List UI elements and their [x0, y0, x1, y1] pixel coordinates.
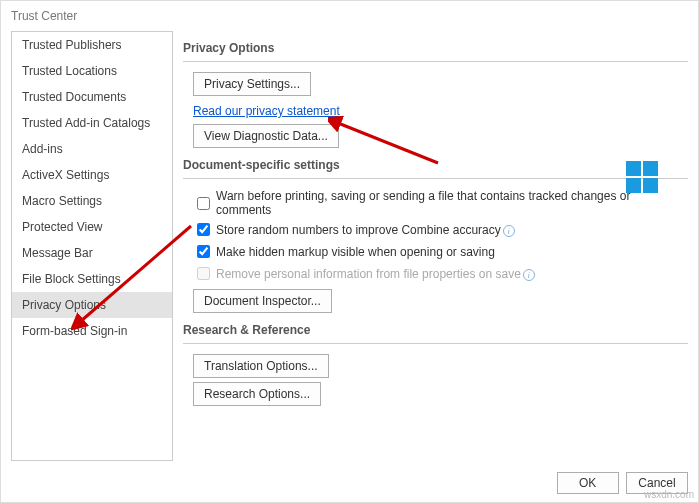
store-random-numbers-checkbox[interactable] — [197, 223, 210, 236]
remove-personal-info-label: Remove personal information from file pr… — [216, 267, 535, 281]
sidebar-item-privacy-options[interactable]: Privacy Options — [12, 292, 172, 318]
watermark-text: wsxdn.com — [644, 489, 694, 500]
info-icon: i — [523, 269, 535, 281]
sidebar-item-message-bar[interactable]: Message Bar — [12, 240, 172, 266]
store-random-numbers-label: Store random numbers to improve Combine … — [216, 223, 515, 237]
sidebar: Trusted Publishers Trusted Locations Tru… — [11, 31, 173, 461]
svg-rect-1 — [643, 161, 658, 176]
section-privacy-options-header: Privacy Options — [183, 31, 688, 62]
make-hidden-markup-checkbox[interactable] — [197, 245, 210, 258]
sidebar-item-macro-settings[interactable]: Macro Settings — [12, 188, 172, 214]
windows-logo-icon — [626, 161, 658, 193]
sidebar-item-trusted-documents[interactable]: Trusted Documents — [12, 84, 172, 110]
sidebar-item-activex-settings[interactable]: ActiveX Settings — [12, 162, 172, 188]
content-pane: Privacy Options Privacy Settings... Read… — [173, 31, 698, 461]
sidebar-item-trusted-addin-catalogs[interactable]: Trusted Add-in Catalogs — [12, 110, 172, 136]
warn-before-printing-checkbox[interactable] — [197, 197, 210, 210]
sidebar-item-file-block-settings[interactable]: File Block Settings — [12, 266, 172, 292]
research-options-button[interactable]: Research Options... — [193, 382, 321, 406]
section-doc-settings-header: Document-specific settings — [183, 148, 688, 179]
sidebar-item-trusted-locations[interactable]: Trusted Locations — [12, 58, 172, 84]
warn-before-printing-label: Warn before printing, saving or sending … — [216, 189, 688, 217]
remove-personal-info-checkbox — [197, 267, 210, 280]
sidebar-item-add-ins[interactable]: Add-ins — [12, 136, 172, 162]
svg-rect-2 — [626, 178, 641, 193]
translation-options-button[interactable]: Translation Options... — [193, 354, 329, 378]
privacy-statement-link[interactable]: Read our privacy statement — [193, 104, 340, 118]
svg-rect-3 — [643, 178, 658, 193]
svg-rect-0 — [626, 161, 641, 176]
info-icon: i — [503, 225, 515, 237]
trust-center-window: Trust Center Trusted Publishers Trusted … — [0, 0, 699, 503]
section-research-header: Research & Reference — [183, 313, 688, 344]
view-diagnostic-data-button[interactable]: View Diagnostic Data... — [193, 124, 339, 148]
sidebar-item-form-based-sign-in[interactable]: Form-based Sign-in — [12, 318, 172, 344]
window-title: Trust Center — [1, 1, 698, 31]
sidebar-item-trusted-publishers[interactable]: Trusted Publishers — [12, 32, 172, 58]
document-inspector-button[interactable]: Document Inspector... — [193, 289, 332, 313]
make-hidden-markup-label: Make hidden markup visible when opening … — [216, 245, 495, 259]
ok-button[interactable]: OK — [557, 472, 619, 494]
sidebar-item-protected-view[interactable]: Protected View — [12, 214, 172, 240]
privacy-settings-button[interactable]: Privacy Settings... — [193, 72, 311, 96]
